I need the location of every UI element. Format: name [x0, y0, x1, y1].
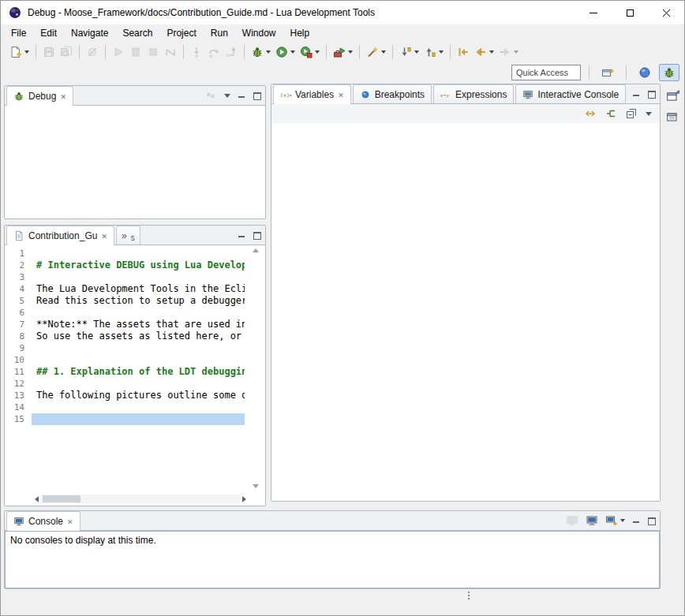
skip-all-breakpoints-button[interactable]: [84, 43, 101, 61]
dropdown-icon[interactable]: [414, 50, 419, 54]
menu-help[interactable]: Help: [283, 24, 317, 42]
editor-line-2[interactable]: 2# Interactive DEBUG using Lua Develop: [5, 259, 265, 271]
editor-line-5[interactable]: 5Read this section to setup a debugger: [5, 295, 265, 307]
show-logical-structure-icon[interactable]: [605, 107, 617, 120]
line-text[interactable]: [32, 271, 245, 283]
debug-button[interactable]: [249, 43, 273, 61]
line-text[interactable]: # Interactive DEBUG using Lua Develop: [32, 259, 245, 271]
restore-minimized-view-icon[interactable]: [666, 110, 680, 124]
console-content[interactable]: No consoles to display at this time.: [5, 531, 660, 588]
next-annotation-button[interactable]: [397, 43, 421, 61]
tab-console[interactable]: Console: [6, 511, 80, 531]
editor-tab-overflow-chevron[interactable]: »5: [116, 226, 140, 245]
step-over-button[interactable]: [205, 43, 223, 61]
line-text[interactable]: The Lua Development Tools in the Ecli: [32, 283, 245, 295]
line-text[interactable]: [32, 248, 245, 259]
run-button[interactable]: [273, 43, 298, 61]
dropdown-icon[interactable]: [439, 50, 444, 54]
line-text[interactable]: [32, 401, 245, 413]
menu-window[interactable]: Window: [235, 24, 283, 42]
close-tab-icon[interactable]: [101, 230, 107, 241]
clear-console-icon[interactable]: [566, 514, 578, 527]
editor-line-13[interactable]: 13The following pictures outline some o: [5, 390, 265, 401]
menu-project[interactable]: Project: [159, 24, 203, 42]
editor-line-14[interactable]: 14: [5, 401, 265, 413]
menu-file[interactable]: File: [4, 24, 33, 42]
close-tab-icon[interactable]: [338, 89, 344, 100]
show-type-names-icon[interactable]: [584, 107, 597, 120]
close-tab-icon[interactable]: [60, 91, 66, 102]
editor-line-3[interactable]: 3: [5, 271, 265, 283]
scroll-left-icon[interactable]: [35, 496, 39, 502]
tab-interactive-console[interactable]: Interactive Console: [515, 84, 626, 103]
scroll-up-icon[interactable]: [253, 248, 259, 252]
save-all-button[interactable]: [58, 43, 75, 61]
step-return-button[interactable]: [223, 43, 240, 61]
scroll-right-icon[interactable]: [242, 496, 246, 502]
open-element-button[interactable]: [364, 43, 388, 61]
editor-line-4[interactable]: 4The Lua Development Tools in the Ecli: [5, 283, 265, 295]
line-text[interactable]: **Note:** The assets that are used in: [32, 319, 245, 330]
debug-perspective-button[interactable]: [659, 64, 679, 81]
line-text[interactable]: [32, 413, 245, 425]
forward-button[interactable]: [496, 43, 521, 61]
editor-line-1[interactable]: 1: [5, 248, 265, 259]
dropdown-icon[interactable]: [348, 50, 353, 54]
tab-debug[interactable]: Debug: [6, 86, 73, 106]
tab-expressions[interactable]: x+y Expressions: [433, 84, 514, 103]
menu-run[interactable]: Run: [204, 24, 235, 42]
ldt-perspective-button[interactable]: [634, 64, 655, 81]
horizontal-scrollbar[interactable]: [35, 494, 246, 504]
editor-line-10[interactable]: 10: [5, 354, 265, 366]
disconnect-button[interactable]: [162, 43, 179, 61]
dropdown-icon[interactable]: [266, 50, 271, 54]
collapse-all-icon[interactable]: [625, 107, 638, 120]
scrollbar-track[interactable]: [41, 495, 240, 503]
remove-all-terminated-icon[interactable]: [204, 89, 217, 102]
step-into-button[interactable]: [188, 43, 205, 61]
editor-line-15[interactable]: 15: [5, 413, 265, 425]
maximize-view-icon[interactable]: [647, 517, 655, 525]
dropdown-icon[interactable]: [315, 50, 320, 54]
line-text[interactable]: [32, 342, 245, 354]
editor-line-7[interactable]: 7**Note:** The assets that are used in: [5, 319, 265, 330]
debug-view-content[interactable]: [5, 106, 265, 218]
editor-line-9[interactable]: 9: [5, 342, 265, 354]
editor-body[interactable]: 12# Interactive DEBUG using Lua Develop3…: [5, 245, 265, 506]
suspend-button[interactable]: [127, 43, 144, 61]
dropdown-icon[interactable]: [620, 519, 625, 522]
editor-line-12[interactable]: 12: [5, 378, 265, 390]
variables-content[interactable]: [271, 123, 660, 501]
dropdown-icon[interactable]: [489, 50, 494, 54]
quick-access-input[interactable]: [511, 65, 581, 80]
resume-button[interactable]: [110, 43, 127, 61]
line-text[interactable]: [32, 378, 245, 390]
line-text[interactable]: Read this section to setup a debugger: [32, 295, 245, 307]
dropdown-icon[interactable]: [24, 50, 29, 54]
minimize-window-button[interactable]: [575, 1, 612, 24]
line-text[interactable]: So use the assets as listed here, or: [32, 330, 245, 342]
maximize-window-button[interactable]: [612, 1, 648, 24]
new-wizard-button[interactable]: [7, 43, 32, 61]
tab-breakpoints[interactable]: Breakpoints: [353, 84, 432, 103]
line-text[interactable]: [32, 307, 245, 319]
display-selected-console-icon[interactable]: [586, 514, 598, 527]
editor-line-6[interactable]: 6: [5, 307, 265, 319]
sash-grip[interactable]: [468, 592, 470, 593]
coverage-button[interactable]: [298, 43, 322, 61]
view-menu-icon[interactable]: [646, 112, 652, 116]
maximize-view-icon[interactable]: [253, 91, 260, 99]
scroll-down-icon[interactable]: [253, 484, 259, 488]
editor-line-8[interactable]: 8So use the assets as listed here, or: [5, 330, 265, 342]
minimize-view-icon[interactable]: [238, 231, 245, 239]
menu-navigate[interactable]: Navigate: [64, 24, 115, 42]
restore-minimized-view-icon[interactable]: [666, 89, 680, 103]
tab-variables[interactable]: (x)= Variables: [273, 84, 351, 104]
line-text[interactable]: [32, 354, 245, 366]
back-button[interactable]: [472, 43, 496, 61]
view-menu-icon[interactable]: [224, 94, 230, 98]
save-button[interactable]: [40, 43, 58, 61]
maximize-view-icon[interactable]: [647, 90, 655, 98]
minimize-view-icon[interactable]: [632, 90, 640, 98]
dropdown-icon[interactable]: [381, 50, 386, 54]
